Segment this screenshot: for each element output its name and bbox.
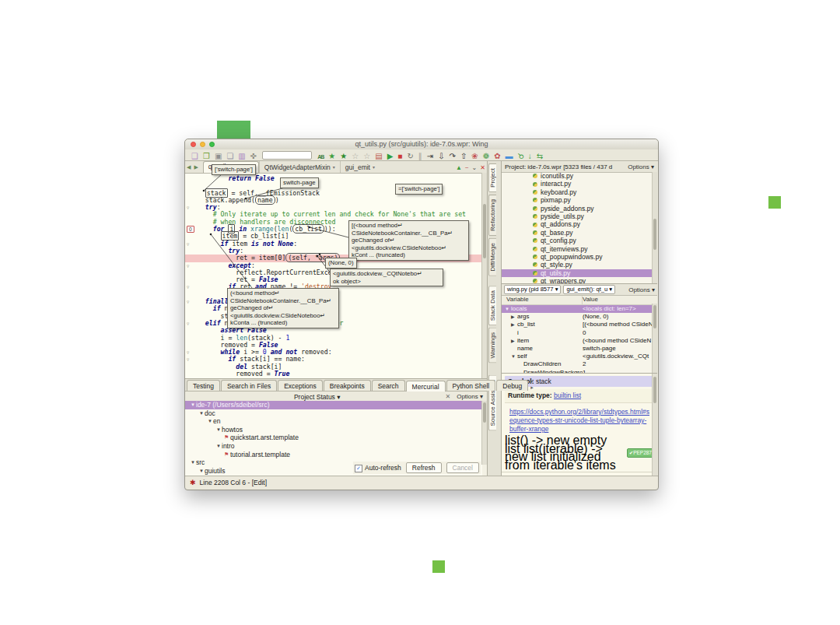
project-scrollbar[interactable] (652, 172, 657, 283)
expander-icon[interactable]: ▼ (215, 442, 222, 451)
expander-icon[interactable]: ▼ (511, 353, 517, 360)
tree-row[interactable]: ⚑tutorial.arst.template (185, 451, 482, 459)
gutter[interactable] (185, 305, 198, 312)
gutter[interactable] (185, 327, 198, 334)
expander-icon[interactable]: ▼ (190, 458, 196, 467)
gutter[interactable]: ▿ (185, 262, 198, 269)
tree-row[interactable]: ⚑quickstart.arst.template (185, 434, 482, 442)
step-into-icon[interactable]: ⇩ (438, 152, 444, 160)
project-file-qt_popupwindows-py[interactable]: qt_popupwindows.py (502, 253, 653, 261)
gutter[interactable] (185, 219, 198, 226)
tree-scrollbar[interactable] (481, 401, 487, 465)
thread-dropdown[interactable]: wing.py (pid 8577 ▾ (504, 285, 561, 294)
auto-refresh-checkbox[interactable]: ✓Auto-refresh (355, 464, 401, 472)
breakpoint-menu-icon[interactable]: ❁ (483, 152, 489, 160)
save-all-icon[interactable]: ❏ (226, 152, 233, 160)
tab-debug[interactable]: Debug (496, 380, 528, 391)
close-icon[interactable]: ✕ (445, 393, 450, 400)
project-file-pyside_utils-py[interactable]: pyside_utils.py (502, 212, 653, 220)
expander-icon[interactable]: ▼ (207, 417, 213, 426)
gutter[interactable]: ▿ (185, 283, 198, 290)
gutter[interactable]: ▿ (185, 356, 198, 363)
bookmark-prev-icon[interactable]: ☆ (352, 152, 359, 160)
gutter[interactable] (185, 291, 198, 298)
pause-icon[interactable]: ∥ (418, 152, 422, 160)
tab-overflow-icon[interactable]: ▸ ▸ (530, 378, 534, 391)
search-files-icon[interactable]: ⚲ (515, 150, 526, 161)
stack-variable-row[interactable]: DrawChildren2 (502, 360, 657, 368)
stack-variable-row[interactable]: ▶cb_list[(<bound method CSideN (502, 321, 657, 328)
expander-icon[interactable]: ▶ (511, 321, 517, 328)
step-to-cursor-icon[interactable]: ⇥ (427, 152, 433, 160)
mercurial-options-button[interactable]: Options ▾ (457, 393, 483, 400)
run-icon[interactable]: ▶ (387, 152, 394, 160)
gutter[interactable] (185, 175, 198, 182)
save-icon[interactable]: ▣ (215, 152, 222, 160)
tree-row[interactable]: ▼doc (185, 409, 482, 418)
debug-console-icon[interactable]: ▬ (506, 152, 513, 160)
bookmark-icon[interactable]: ★ (328, 152, 335, 160)
stop-icon[interactable]: ■ (397, 152, 402, 160)
tab-diff-merge[interactable]: Diff/Merge (488, 238, 496, 276)
tree-row[interactable]: ▼intro (185, 442, 482, 451)
gutter[interactable] (185, 255, 198, 262)
project-file-qt_style-py[interactable]: qt_style.py (502, 261, 653, 269)
tab-breakpoints[interactable]: Breakpoints (324, 380, 371, 391)
tab-testing[interactable]: Testing (187, 380, 220, 391)
stack-scrollbar[interactable] (652, 304, 657, 373)
tab-project[interactable]: Project (488, 163, 496, 192)
project-file-qt_utils-py[interactable]: qt_utils.py (502, 269, 653, 277)
update-icon[interactable]: ↓ (528, 152, 532, 160)
step-over-icon[interactable]: ↷ (450, 152, 456, 160)
stack-options-button[interactable]: Options ▾ (628, 286, 655, 293)
stack-variable-row[interactable]: i0 (502, 329, 657, 337)
editor-scrollbar[interactable] (481, 173, 487, 378)
gutter[interactable]: ▿ (185, 204, 198, 211)
frame-dropdown[interactable]: gui_emit(): qt_u ▾ (563, 285, 615, 294)
breakpoint-clear-icon[interactable]: ✿ (494, 152, 500, 160)
select-tool-icon[interactable]: ✜ (250, 152, 257, 160)
assistant-scrollbar[interactable] (652, 374, 657, 476)
gutter[interactable] (185, 313, 198, 320)
docs-url-link[interactable]: https://docs.python.org/2/library/stdtyp… (505, 406, 654, 435)
tab-search[interactable]: Search (372, 380, 405, 391)
expand-icon[interactable]: ⌄ (472, 164, 478, 171)
active-range-icon[interactable]: ▤ (375, 152, 382, 160)
project-file-qt_config-py[interactable]: qt_config.py (502, 237, 653, 244)
expander-icon[interactable]: ▼ (505, 305, 511, 313)
gutter[interactable]: 0 (185, 226, 198, 233)
tab-stack-data[interactable]: Stack Data (488, 286, 496, 325)
stack-variable-row[interactable]: nameswitch-page (502, 345, 657, 353)
refresh-button[interactable]: Refresh (406, 462, 442, 473)
expander-icon[interactable]: ▶ (511, 313, 517, 321)
gutter[interactable] (185, 197, 198, 204)
tab-warnings[interactable]: Warnings (488, 328, 496, 363)
project-file-iconutils-py[interactable]: iconutils.py (502, 172, 653, 180)
close-editor-icon[interactable]: ✕ (480, 164, 485, 171)
gutter[interactable] (185, 248, 198, 255)
scope-dropdown[interactable]: QtWidgetAdapterMixin▾ (259, 161, 340, 173)
expander-icon[interactable]: ▶ (511, 337, 517, 345)
toolbar-search-input[interactable] (262, 151, 312, 160)
project-file-qt_itemviews-py[interactable]: qt_itemviews.py (502, 245, 653, 253)
remove-marker-icon[interactable]: − (465, 164, 469, 171)
stack-variable-row[interactable]: ▶args(None, 0) (502, 313, 657, 321)
tab-exceptions[interactable]: Exceptions (278, 380, 323, 391)
gutter[interactable]: ▿ (185, 298, 198, 305)
new-file-icon[interactable]: ❑ (191, 152, 198, 160)
tree-row[interactable]: ▼ide-7 (/Users/sdeibel/src) (185, 401, 482, 409)
project-file-pixmap-py[interactable]: pixmap.py (502, 196, 653, 204)
code-line[interactable]: removed = True (185, 370, 487, 377)
stack-variable-row[interactable]: ▼locals<locals dict: len=7> (502, 305, 657, 313)
bookmark-edit-icon[interactable]: ★ (340, 152, 347, 160)
goto-definition-icon[interactable]: ▲ (456, 164, 462, 171)
project-file-tree[interactable]: iconutils.pyinteract.pykeyboard.pypixmap… (502, 172, 653, 283)
project-options-button[interactable]: Options ▾ (628, 163, 654, 170)
runtime-type-link[interactable]: builtin list (554, 392, 581, 399)
tab-refactoring[interactable]: Refactoring (488, 195, 496, 236)
tab-mercurial[interactable]: Mercurial (406, 381, 446, 392)
expander-icon[interactable]: ▼ (198, 409, 205, 418)
step-out-icon[interactable]: ⇧ (460, 152, 467, 160)
gutter[interactable] (185, 276, 198, 283)
restart-icon[interactable]: ↻ (407, 152, 413, 160)
